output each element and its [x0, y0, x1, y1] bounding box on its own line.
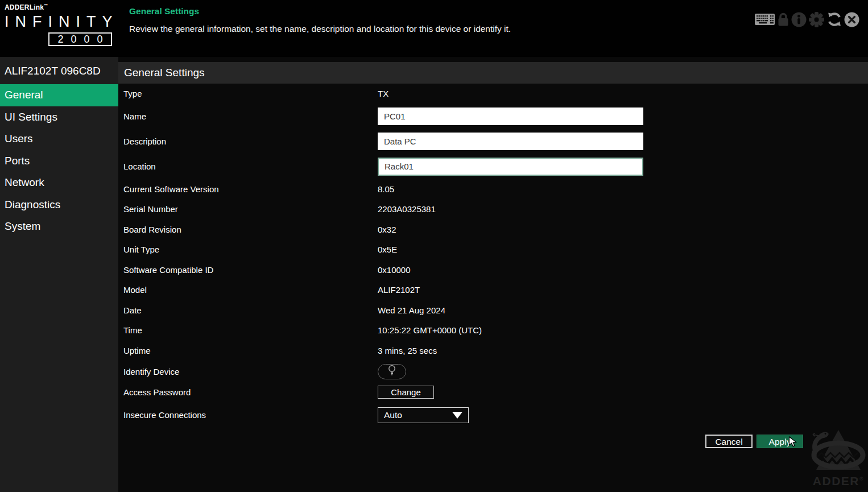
- apply-button[interactable]: Apply: [757, 435, 803, 448]
- model-value: ALIF2102T: [378, 285, 420, 295]
- field-label: Access Password: [123, 387, 378, 397]
- page-description: Review the general information, set the …: [129, 24, 511, 34]
- page-title: General Settings: [129, 6, 511, 16]
- board-revision-value: 0x32: [378, 225, 396, 234]
- field-label: Uptime: [123, 346, 378, 355]
- bulb-icon: [386, 364, 398, 379]
- row-board-revision: Board Revision 0x32: [118, 220, 868, 240]
- identify-device-button[interactable]: [378, 364, 406, 379]
- field-label: Serial Number: [123, 204, 378, 214]
- software-compatible-id-value: 0x10000: [378, 265, 411, 275]
- field-label: Insecure Connections: [123, 410, 378, 420]
- row-current-software-version: Current Software Version 8.05: [118, 179, 868, 200]
- device-name: ALIF2102T 096C8D: [0, 57, 118, 84]
- field-label: Unit Type: [123, 245, 378, 254]
- field-label: Type: [123, 89, 378, 98]
- time-value: 10:25:22 GMT+0000 (UTC): [378, 325, 482, 335]
- brand-adderlink: ADDERLink™: [5, 3, 118, 11]
- description-input[interactable]: [378, 133, 643, 150]
- keyboard-icon[interactable]: [754, 12, 775, 27]
- sidebar: ALIF2102T 096C8D General UI Settings Use…: [0, 57, 118, 492]
- row-identify-device: Identify Device: [118, 361, 868, 382]
- app-header: ADDERLink™ INFINITY 2000 General Setting…: [0, 0, 868, 57]
- row-uptime: Uptime 3 mins, 25 secs: [118, 341, 868, 361]
- type-value: TX: [378, 89, 388, 98]
- sidebar-item-ui-settings[interactable]: UI Settings: [0, 106, 118, 129]
- name-input[interactable]: [378, 108, 643, 125]
- cancel-button[interactable]: Cancel: [705, 435, 753, 448]
- row-software-compatible-id: Software Compatible ID 0x10000: [118, 260, 868, 280]
- row-insecure-connections: Insecure Connections Auto: [118, 403, 868, 428]
- row-unit-type: Unit Type 0x5E: [118, 239, 868, 260]
- watermark-reg-mark: ®: [859, 476, 864, 482]
- field-label: Name: [123, 111, 378, 121]
- row-name: Name: [118, 104, 868, 129]
- unit-type-value: 0x5E: [378, 245, 397, 254]
- gear-icon[interactable]: [808, 11, 825, 28]
- field-label: Board Revision: [123, 225, 378, 234]
- info-icon[interactable]: [791, 12, 807, 27]
- insecure-connections-select[interactable]: Auto: [378, 407, 469, 423]
- brand-trademark: ™: [44, 3, 48, 7]
- field-label: Model: [123, 285, 378, 295]
- location-input[interactable]: [378, 158, 643, 176]
- sidebar-item-users[interactable]: Users: [0, 128, 118, 150]
- refresh-icon[interactable]: [826, 11, 842, 27]
- sidebar-item-ports[interactable]: Ports: [0, 150, 118, 172]
- field-label: Location: [123, 162, 378, 171]
- row-serial-number: Serial Number 2203A0325381: [118, 199, 868, 220]
- field-label: Identify Device: [123, 367, 378, 377]
- row-model: Model ALIF2102T: [118, 280, 868, 300]
- caret-down-icon: [452, 412, 462, 419]
- uptime-value: 3 mins, 25 secs: [378, 346, 437, 355]
- sidebar-item-system[interactable]: System: [0, 216, 118, 238]
- brand-model-2000: 2000: [48, 32, 112, 46]
- lock-icon[interactable]: [777, 11, 790, 27]
- field-label: Time: [123, 325, 378, 335]
- adder-snake-logo: ADDER®: [809, 428, 868, 488]
- watermark-brand: ADDER®: [809, 474, 868, 488]
- row-location: Location: [118, 154, 868, 179]
- row-description: Description: [118, 129, 868, 154]
- sidebar-item-diagnostics[interactable]: Diagnostics: [0, 194, 118, 216]
- field-label: Current Software Version: [123, 184, 378, 194]
- change-password-button[interactable]: Change: [378, 386, 434, 399]
- row-type: Type TX: [118, 84, 868, 104]
- main-panel: General Settings Type TX Name Descriptio…: [118, 57, 868, 492]
- row-date: Date Wed 21 Aug 2024: [118, 300, 868, 321]
- sidebar-item-network[interactable]: Network: [0, 172, 118, 194]
- brand-infinity: INFINITY: [5, 13, 118, 31]
- serial-number-value: 2203A0325381: [378, 204, 436, 214]
- field-label: Description: [123, 137, 378, 146]
- page-heading: General Settings Review the general info…: [129, 6, 511, 34]
- watermark-brand-text: ADDER: [813, 474, 859, 487]
- row-access-password: Access Password Change: [118, 382, 868, 403]
- date-value: Wed 21 Aug 2024: [378, 305, 445, 315]
- brand-adderlink-text: ADDERLink: [5, 3, 44, 11]
- section-title: General Settings: [118, 62, 868, 84]
- selected-option: Auto: [384, 410, 402, 420]
- header-toolbar: [754, 11, 859, 28]
- sidebar-item-general[interactable]: General: [0, 84, 118, 106]
- software-version-value: 8.05: [378, 184, 394, 194]
- close-icon[interactable]: [844, 12, 859, 27]
- adderlink-infinity-logo: ADDERLink™ INFINITY 2000: [5, 3, 118, 46]
- row-time: Time 10:25:22 GMT+0000 (UTC): [118, 320, 868, 341]
- field-label: Date: [123, 305, 378, 315]
- field-label: Software Compatible ID: [123, 265, 378, 275]
